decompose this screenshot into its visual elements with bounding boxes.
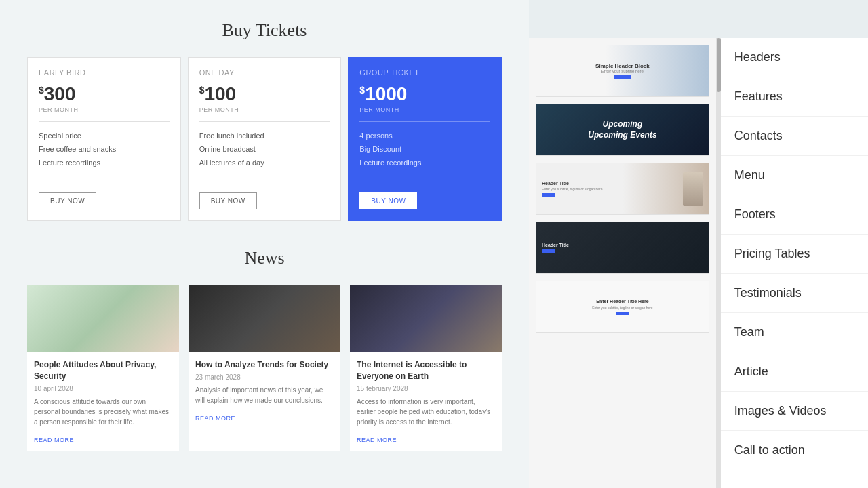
news-card-2: How to Analyze Trends for Society 23 mar… (189, 285, 340, 451)
read-more-1[interactable]: READ MORE (34, 436, 74, 443)
news-desc-2: Analysis of important news of this year,… (195, 385, 334, 405)
category-item-features[interactable]: Features (721, 77, 868, 117)
divider-3 (359, 121, 490, 122)
pricing-card-early-bird: EARLY BIRD $300 PER MONTH Special price … (27, 57, 181, 221)
category-item-menu[interactable]: Menu (721, 156, 868, 195)
news-title: News (27, 248, 502, 268)
divider-1 (39, 121, 170, 122)
feature-1-3: Lecture recordings (39, 156, 170, 169)
category-item-testimonials[interactable]: Testimonials (721, 274, 868, 313)
news-cards: People Attitudes About Privacy, Security… (27, 285, 502, 451)
thumb-3-text: Header Title Enter you subtitle, tagline… (542, 181, 677, 197)
thumb-3-btn (542, 193, 555, 197)
plan-label-1: EARLY BIRD (39, 68, 170, 77)
category-item-pricing-tables[interactable]: Pricing Tables (721, 235, 868, 274)
news-card-1: People Attitudes About Privacy, Security… (27, 285, 179, 451)
category-list: HeadersFeaturesContactsMenuFootersPricin… (721, 38, 868, 488)
news-desc-1: A conscious attitude towards our own per… (34, 396, 172, 427)
news-date-3: 15 february 2028 (357, 385, 495, 392)
news-date-2: 23 march 2028 (195, 373, 334, 381)
pricing-card-one-day: ONE DAY $100 PER MONTH Free lunch includ… (188, 57, 342, 221)
panel-content: Simple Header Block Enter your subtitle … (529, 38, 868, 488)
thumb-5-title: Enter Header Title Here (596, 299, 648, 304)
thumb-4-title: Header Title (542, 243, 569, 247)
feature-2-1: Free lunch included (199, 129, 330, 142)
thumb-item-5[interactable]: Enter Header Title Here Enter you subtit… (536, 281, 709, 333)
plan-label-3: GROUP TICKET (359, 68, 490, 77)
thumb-2-text: Upcoming Upcoming Events (588, 119, 656, 140)
news-content-3: The Internet is Accessible to Everyone o… (350, 352, 502, 451)
feature-2-3: All lectures of a day (199, 156, 330, 169)
category-item-team[interactable]: Team (721, 313, 868, 352)
news-desc-3: Access to information is very important,… (357, 396, 495, 427)
pricing-cards: EARLY BIRD $300 PER MONTH Special price … (27, 57, 502, 221)
right-panel-wrapper: ✓ Select and Drag Section to Page Simple… (529, 0, 868, 488)
news-headline-2: How to Analyze Trends for Society (195, 359, 334, 371)
plan-label-2: ONE DAY (199, 68, 330, 77)
news-date-1: 10 april 2028 (34, 385, 172, 392)
category-item-article[interactable]: Article (721, 352, 868, 392)
pricing-card-group: GROUP TICKET $1000 PER MONTH 4 persons B… (348, 57, 502, 221)
thumb-img-1: Simple Header Block Enter your subtitle … (536, 45, 709, 96)
thumb-img-4: Header Title (536, 222, 709, 273)
news-image-3 (350, 285, 502, 352)
category-item-footers[interactable]: Footers (721, 195, 868, 235)
thumb-img-2: Upcoming Upcoming Events (536, 104, 709, 155)
thumb-item-3[interactable]: Header Title Enter you subtitle, tagline… (536, 163, 709, 215)
news-image-1 (27, 285, 179, 352)
thumbnail-scrollbar[interactable] (717, 38, 721, 488)
period-3: PER MONTH (359, 106, 490, 113)
buy-button-1[interactable]: BUY NOW (39, 192, 96, 209)
news-headline-1: People Attitudes About Privacy, Security (34, 359, 172, 382)
buy-button-2[interactable]: BUY NOW (199, 192, 257, 209)
buy-button-3[interactable]: BUY NOW (359, 192, 417, 209)
scrollbar-handle[interactable] (717, 38, 721, 92)
category-item-call-to-action[interactable]: Call to action (721, 431, 868, 470)
feature-3-2: Big Discount (359, 142, 490, 156)
period-2: PER MONTH (199, 106, 330, 113)
news-content-1: People Attitudes About Privacy, Security… (27, 352, 179, 451)
thumb-item-2[interactable]: Upcoming Upcoming Events (536, 104, 709, 156)
thumb-item-1[interactable]: Simple Header Block Enter your subtitle … (536, 45, 709, 97)
read-more-3[interactable]: READ MORE (357, 436, 397, 443)
price-3: $1000 (359, 83, 490, 105)
thumb-4-btn (542, 249, 555, 253)
thumb-3-title: Header Title (542, 181, 677, 186)
thumb-5-sub: Enter you subtitle, tagline or slogan he… (592, 306, 653, 310)
news-content-2: How to Analyze Trends for Society 23 mar… (189, 352, 340, 430)
feature-2-2: Online broadcast (199, 142, 330, 156)
thumb-3-person (683, 172, 703, 206)
thumb-img-5: Enter Header Title Here Enter you subtit… (536, 281, 709, 332)
news-headline-3: The Internet is Accessible to Everyone o… (357, 359, 495, 382)
news-image-2 (189, 285, 340, 352)
category-item-contacts[interactable]: Contacts (721, 117, 868, 156)
thumbnails-column[interactable]: Simple Header Block Enter your subtitle … (529, 38, 717, 488)
thumb-1-content: Simple Header Block Enter your subtitle … (595, 63, 650, 79)
thumb-img-3: Header Title Enter you subtitle, tagline… (536, 163, 709, 214)
thumb-1-title: Simple Header Block (595, 63, 650, 69)
thumb-1-sub: Enter your subtitle here (595, 69, 650, 73)
thumb-4-text: Header Title (542, 243, 569, 253)
category-item-headers[interactable]: Headers (721, 38, 868, 77)
period-1: PER MONTH (39, 106, 170, 113)
feature-3-3: Lecture recordings (359, 156, 490, 169)
thumb-1-btn (614, 75, 631, 79)
feature-1-2: Free coffee and snacks (39, 142, 170, 156)
thumb-5-btn (616, 312, 629, 315)
feature-1-1: Special price (39, 129, 170, 142)
news-card-3: The Internet is Accessible to Everyone o… (350, 285, 502, 451)
category-item-images-and-videos[interactable]: Images & Videos (721, 392, 868, 431)
pricing-title: Buy Tickets (27, 20, 502, 41)
thumb-3-sub: Enter you subtitle, tagline or slogan he… (542, 187, 677, 191)
divider-2 (199, 121, 330, 122)
read-more-2[interactable]: READ MORE (195, 415, 235, 422)
thumb-item-4[interactable]: Header Title (536, 222, 709, 274)
feature-3-1: 4 persons (359, 129, 490, 142)
main-content: Buy Tickets EARLY BIRD $300 PER MONTH Sp… (0, 0, 529, 488)
price-2: $100 (199, 83, 330, 105)
price-1: $300 (39, 83, 170, 105)
